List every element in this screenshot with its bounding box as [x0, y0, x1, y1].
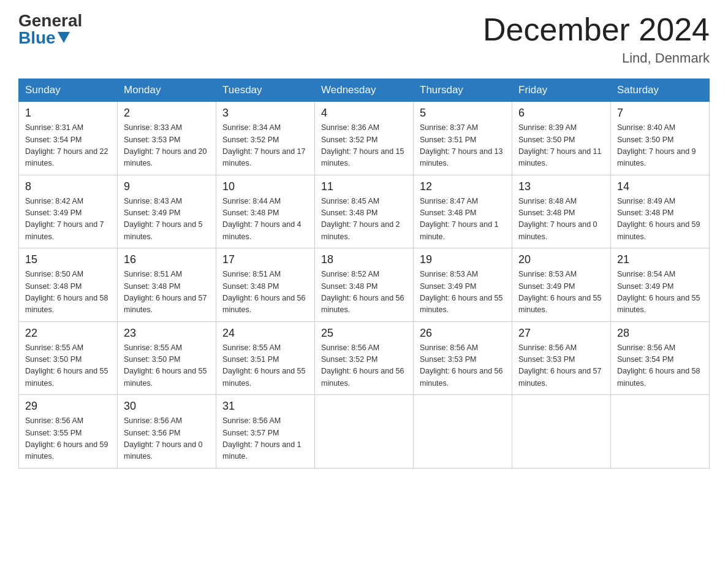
- day-info: Sunrise: 8:33 AM Sunset: 3:53 PM Dayligh…: [124, 122, 210, 170]
- day-number: 11: [321, 180, 407, 193]
- table-row: 17 Sunrise: 8:51 AM Sunset: 3:48 PM Dayl…: [216, 248, 315, 322]
- day-number: 27: [518, 327, 604, 340]
- table-row: [512, 395, 611, 469]
- day-info: Sunrise: 8:40 AM Sunset: 3:50 PM Dayligh…: [617, 122, 703, 170]
- table-row: 10 Sunrise: 8:44 AM Sunset: 3:48 PM Dayl…: [216, 175, 315, 248]
- table-row: 6 Sunrise: 8:39 AM Sunset: 3:50 PM Dayli…: [512, 102, 611, 175]
- page-header: General Blue December 2024 Lind, Denmark: [18, 12, 710, 66]
- day-info: Sunrise: 8:56 AM Sunset: 3:56 PM Dayligh…: [124, 415, 210, 463]
- table-row: [315, 395, 414, 469]
- table-row: 4 Sunrise: 8:36 AM Sunset: 3:52 PM Dayli…: [315, 102, 414, 175]
- day-number: 7: [617, 107, 703, 120]
- day-number: 21: [617, 253, 703, 266]
- day-info: Sunrise: 8:39 AM Sunset: 3:50 PM Dayligh…: [518, 122, 604, 170]
- month-title: December 2024: [483, 12, 710, 47]
- col-wednesday: Wednesday: [315, 79, 414, 102]
- day-info: Sunrise: 8:53 AM Sunset: 3:49 PM Dayligh…: [420, 269, 506, 316]
- table-row: 14 Sunrise: 8:49 AM Sunset: 3:48 PM Dayl…: [611, 175, 710, 248]
- table-row: 11 Sunrise: 8:45 AM Sunset: 3:48 PM Dayl…: [315, 175, 414, 248]
- calendar-week-row: 22 Sunrise: 8:55 AM Sunset: 3:50 PM Dayl…: [19, 321, 710, 395]
- day-number: 24: [222, 327, 308, 340]
- day-info: Sunrise: 8:56 AM Sunset: 3:54 PM Dayligh…: [617, 342, 703, 390]
- table-row: 24 Sunrise: 8:55 AM Sunset: 3:51 PM Dayl…: [216, 321, 315, 395]
- calendar-week-row: 15 Sunrise: 8:50 AM Sunset: 3:48 PM Dayl…: [19, 248, 710, 322]
- table-row: 22 Sunrise: 8:55 AM Sunset: 3:50 PM Dayl…: [19, 321, 118, 395]
- col-monday: Monday: [118, 79, 216, 102]
- table-row: 25 Sunrise: 8:56 AM Sunset: 3:52 PM Dayl…: [315, 321, 414, 395]
- title-area: December 2024 Lind, Denmark: [483, 12, 710, 66]
- day-info: Sunrise: 8:36 AM Sunset: 3:52 PM Dayligh…: [321, 122, 407, 170]
- day-number: 5: [420, 107, 506, 120]
- calendar-week-row: 1 Sunrise: 8:31 AM Sunset: 3:54 PM Dayli…: [19, 102, 710, 175]
- table-row: 12 Sunrise: 8:47 AM Sunset: 3:48 PM Dayl…: [414, 175, 512, 248]
- table-row: 20 Sunrise: 8:53 AM Sunset: 3:49 PM Dayl…: [512, 248, 611, 322]
- table-row: 27 Sunrise: 8:56 AM Sunset: 3:53 PM Dayl…: [512, 321, 611, 395]
- table-row: 18 Sunrise: 8:52 AM Sunset: 3:48 PM Dayl…: [315, 248, 414, 322]
- table-row: 9 Sunrise: 8:43 AM Sunset: 3:49 PM Dayli…: [118, 175, 216, 248]
- day-number: 15: [25, 253, 111, 266]
- day-number: 25: [321, 327, 407, 340]
- table-row: 2 Sunrise: 8:33 AM Sunset: 3:53 PM Dayli…: [118, 102, 216, 175]
- table-row: 7 Sunrise: 8:40 AM Sunset: 3:50 PM Dayli…: [611, 102, 710, 175]
- day-number: 8: [25, 180, 111, 193]
- day-info: Sunrise: 8:54 AM Sunset: 3:49 PM Dayligh…: [617, 269, 703, 316]
- table-row: 23 Sunrise: 8:55 AM Sunset: 3:50 PM Dayl…: [118, 321, 216, 395]
- day-number: 30: [124, 400, 210, 413]
- logo-blue-text: Blue: [18, 29, 70, 47]
- calendar-week-row: 29 Sunrise: 8:56 AM Sunset: 3:55 PM Dayl…: [19, 395, 710, 469]
- day-info: Sunrise: 8:45 AM Sunset: 3:48 PM Dayligh…: [321, 196, 407, 243]
- location-label: Lind, Denmark: [483, 50, 710, 66]
- day-number: 31: [222, 400, 308, 413]
- day-number: 29: [25, 400, 111, 413]
- day-info: Sunrise: 8:53 AM Sunset: 3:49 PM Dayligh…: [518, 269, 604, 316]
- table-row: 3 Sunrise: 8:34 AM Sunset: 3:52 PM Dayli…: [216, 102, 315, 175]
- day-info: Sunrise: 8:55 AM Sunset: 3:50 PM Dayligh…: [25, 342, 111, 390]
- day-number: 14: [617, 180, 703, 193]
- col-friday: Friday: [512, 79, 611, 102]
- logo-general-text: General: [18, 12, 82, 29]
- day-info: Sunrise: 8:55 AM Sunset: 3:51 PM Dayligh…: [222, 342, 308, 390]
- day-info: Sunrise: 8:42 AM Sunset: 3:49 PM Dayligh…: [25, 196, 111, 243]
- day-number: 3: [222, 107, 308, 120]
- table-row: 15 Sunrise: 8:50 AM Sunset: 3:48 PM Dayl…: [19, 248, 118, 322]
- day-number: 4: [321, 107, 407, 120]
- day-number: 1: [25, 107, 111, 120]
- table-row: 8 Sunrise: 8:42 AM Sunset: 3:49 PM Dayli…: [19, 175, 118, 248]
- day-number: 10: [222, 180, 308, 193]
- calendar-header-row: Sunday Monday Tuesday Wednesday Thursday…: [19, 79, 710, 102]
- table-row: [414, 395, 512, 469]
- table-row: [611, 395, 710, 469]
- day-info: Sunrise: 8:56 AM Sunset: 3:57 PM Dayligh…: [222, 415, 308, 463]
- day-number: 9: [124, 180, 210, 193]
- day-number: 23: [124, 327, 210, 340]
- logo-triangle-icon: [58, 32, 70, 43]
- day-number: 12: [420, 180, 506, 193]
- table-row: 28 Sunrise: 8:56 AM Sunset: 3:54 PM Dayl…: [611, 321, 710, 395]
- day-number: 17: [222, 253, 308, 266]
- day-info: Sunrise: 8:37 AM Sunset: 3:51 PM Dayligh…: [420, 122, 506, 170]
- table-row: 1 Sunrise: 8:31 AM Sunset: 3:54 PM Dayli…: [19, 102, 118, 175]
- day-info: Sunrise: 8:48 AM Sunset: 3:48 PM Dayligh…: [518, 196, 604, 243]
- logo: General Blue: [18, 12, 82, 47]
- day-number: 28: [617, 327, 703, 340]
- day-info: Sunrise: 8:51 AM Sunset: 3:48 PM Dayligh…: [124, 269, 210, 316]
- day-number: 26: [420, 327, 506, 340]
- table-row: 29 Sunrise: 8:56 AM Sunset: 3:55 PM Dayl…: [19, 395, 118, 469]
- day-number: 19: [420, 253, 506, 266]
- table-row: 19 Sunrise: 8:53 AM Sunset: 3:49 PM Dayl…: [414, 248, 512, 322]
- day-info: Sunrise: 8:52 AM Sunset: 3:48 PM Dayligh…: [321, 269, 407, 316]
- day-info: Sunrise: 8:56 AM Sunset: 3:55 PM Dayligh…: [25, 415, 111, 463]
- table-row: 26 Sunrise: 8:56 AM Sunset: 3:53 PM Dayl…: [414, 321, 512, 395]
- col-tuesday: Tuesday: [216, 79, 315, 102]
- table-row: 13 Sunrise: 8:48 AM Sunset: 3:48 PM Dayl…: [512, 175, 611, 248]
- day-number: 6: [518, 107, 604, 120]
- day-info: Sunrise: 8:31 AM Sunset: 3:54 PM Dayligh…: [25, 122, 111, 170]
- day-number: 13: [518, 180, 604, 193]
- table-row: 16 Sunrise: 8:51 AM Sunset: 3:48 PM Dayl…: [118, 248, 216, 322]
- col-saturday: Saturday: [611, 79, 710, 102]
- day-info: Sunrise: 8:49 AM Sunset: 3:48 PM Dayligh…: [617, 196, 703, 243]
- col-thursday: Thursday: [414, 79, 512, 102]
- day-info: Sunrise: 8:56 AM Sunset: 3:53 PM Dayligh…: [420, 342, 506, 390]
- day-info: Sunrise: 8:34 AM Sunset: 3:52 PM Dayligh…: [222, 122, 308, 170]
- calendar-week-row: 8 Sunrise: 8:42 AM Sunset: 3:49 PM Dayli…: [19, 175, 710, 248]
